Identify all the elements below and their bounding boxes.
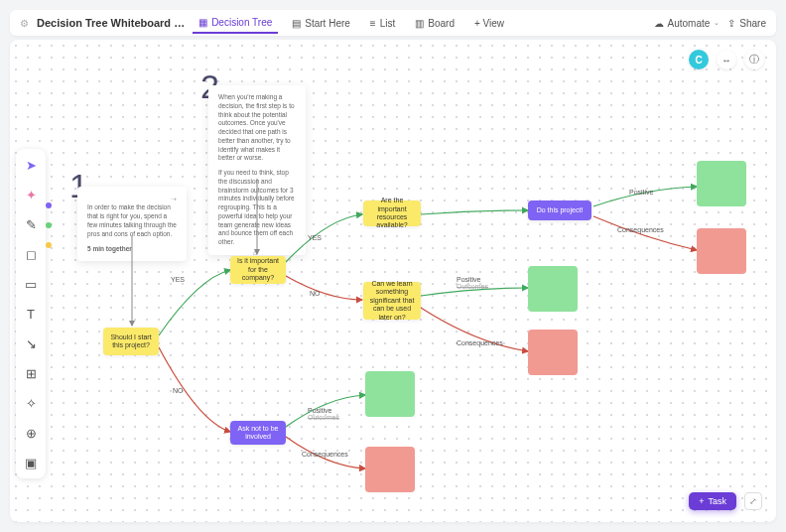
whiteboard-icon: ▦ [198, 17, 207, 28]
callout-2[interactable]: When you're making a decision, the first… [208, 85, 306, 255]
outcome-consequence-2[interactable] [528, 330, 578, 375]
share-label: Share [739, 18, 766, 29]
outcome-consequence-3[interactable] [365, 447, 415, 492]
outcome-consequence-1[interactable] [697, 228, 746, 274]
image-tool[interactable]: ▣ [21, 453, 41, 472]
cursor-tool[interactable]: ➤ [21, 155, 41, 175]
callout-2-p2: If you need to think, stop the discussio… [218, 169, 296, 247]
callout-2-p1: When you're making a decision, the first… [218, 93, 296, 163]
palette-purple[interactable] [46, 202, 52, 208]
palette-green[interactable] [46, 222, 52, 228]
doc-title[interactable]: Decision Tree Whiteboard … [37, 17, 185, 29]
callout-1-foot: 5 min together [87, 245, 132, 252]
edge-positive-1: Positive [629, 189, 654, 196]
node-learn[interactable]: Can we learn something significant that … [363, 282, 421, 320]
left-toolbar: ➤ ✦ ✎ ◻ ▭ T ↘ ⊞ ✧ ⊕ ▣ [16, 149, 46, 478]
task-label: Task [708, 496, 726, 506]
tab-add-view[interactable]: + View [468, 14, 510, 33]
node-do-project[interactable]: Do this project! [528, 200, 591, 220]
tab-label: Decision Tree [211, 17, 272, 28]
node-ask-not-involved[interactable]: Ask not to be involved [230, 421, 286, 445]
top-bar: ⚙ Decision Tree Whiteboard … ▦ Decision … [10, 10, 776, 36]
fit-width-icon[interactable]: ↔ [717, 50, 736, 69]
edge-positive-3: PositiveOutcomes [308, 407, 339, 421]
outcome-positive-3[interactable] [365, 371, 415, 417]
plus-icon: + [699, 496, 704, 506]
tab-label: List [380, 18, 396, 29]
share-button[interactable]: ⇪ Share [727, 18, 766, 29]
canvas-top-right: C ↔ ⓘ [689, 50, 764, 69]
color-palette [46, 202, 52, 248]
edge-no-1: NO [173, 387, 184, 394]
text-tool[interactable]: T [21, 304, 41, 324]
share-icon: ⇪ [727, 18, 735, 29]
expand-button[interactable]: ⤢ [744, 492, 762, 510]
edge-yes-2: YES [308, 234, 322, 241]
callout-1[interactable]: ⇢ In order to make the decision that is … [77, 187, 187, 261]
attachment-icon[interactable]: ⌂ [253, 249, 257, 256]
tab-label: Board [428, 18, 455, 29]
edge-no-2: NO [310, 290, 321, 297]
edge-conseq-3: Consequences [302, 451, 348, 458]
settings-icon[interactable]: ⚙ [20, 18, 29, 29]
automate-button[interactable]: ☁ Automate ⌄ [654, 18, 720, 29]
edge-positive-2: PositiveOutcomes [457, 276, 488, 290]
whiteboard-canvas[interactable]: ➤ ✦ ✎ ◻ ▭ T ↘ ⊞ ✧ ⊕ ▣ C ↔ ⓘ 1 2 ⇢ In ord… [10, 40, 776, 522]
tab-label: + View [474, 18, 504, 29]
tab-start-here[interactable]: ▤ Start Here [286, 14, 356, 33]
ai-tool[interactable]: ✧ [21, 393, 41, 413]
avatar[interactable]: C [689, 50, 709, 69]
edge-conseq-1: Consequences [617, 226, 664, 233]
palette-yellow[interactable] [46, 242, 52, 248]
tab-label: Start Here [305, 18, 350, 29]
tab-board[interactable]: ▥ Board [409, 14, 460, 33]
edge-conseq-2: Consequences [457, 339, 503, 346]
outcome-positive-2[interactable] [528, 266, 578, 312]
pen-tool[interactable]: ✎ [21, 214, 41, 234]
node-resources[interactable]: Are the important resources available? [363, 200, 421, 226]
automate-label: Automate [668, 18, 711, 29]
callout-1-body: In order to make the decision that is ri… [87, 203, 177, 238]
arrow-icon: ⇢ [87, 195, 177, 203]
shape-tool[interactable]: ◻ [21, 244, 41, 264]
outcome-positive-1[interactable] [697, 161, 746, 206]
lasso-tool[interactable]: ✦ [21, 185, 41, 204]
list-icon: ≡ [370, 18, 376, 29]
web-tool[interactable]: ⊕ [21, 423, 41, 443]
edge-yes-1: YES [171, 276, 185, 283]
cloud-icon: ☁ [654, 18, 664, 29]
board-icon: ▥ [415, 18, 424, 29]
tab-decision-tree[interactable]: ▦ Decision Tree [193, 13, 278, 34]
chevron-down-icon: ⌄ [714, 19, 720, 27]
node-start[interactable]: Should I start this project? [103, 328, 159, 355]
doc-icon: ▤ [292, 18, 301, 29]
tab-list[interactable]: ≡ List [364, 14, 401, 33]
info-icon[interactable]: ⓘ [744, 50, 764, 69]
frame-tool[interactable]: ⊞ [21, 363, 41, 383]
connector-tool[interactable]: ↘ [21, 333, 41, 353]
node-company[interactable]: Is it important for the company? [230, 256, 286, 284]
sticky-note-tool[interactable]: ▭ [21, 274, 41, 294]
task-button[interactable]: + Task [689, 492, 736, 510]
